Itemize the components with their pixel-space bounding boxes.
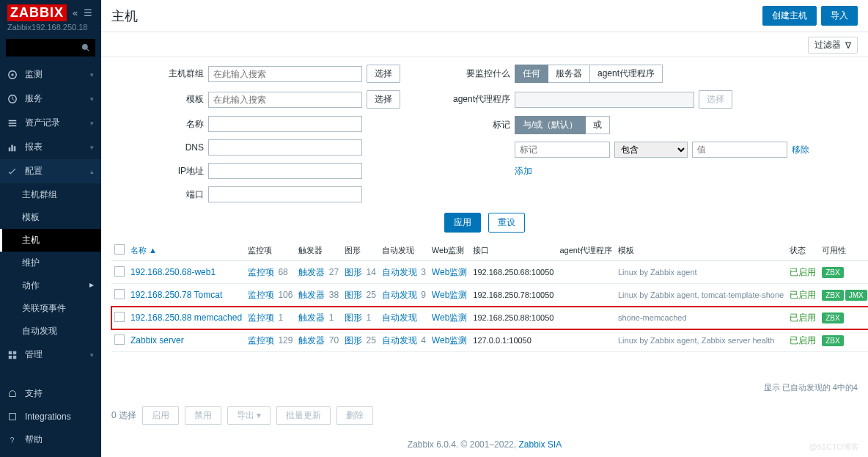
edit-icon[interactable]: ☰ — [84, 7, 92, 18]
nav-user-settings[interactable]: User settings▾ — [0, 452, 101, 457]
col-templates: 模板 — [615, 240, 787, 261]
hostgroup-select-button[interactable]: 选择 — [367, 65, 400, 83]
tag-name-input[interactable] — [515, 142, 610, 158]
availability-badge: ZBX — [822, 290, 843, 301]
interface-cell: 192.168.250.88:10050 — [470, 307, 556, 329]
status-link[interactable]: 已启用 — [790, 335, 816, 346]
templates-cell: Linux by Zabbix agent — [615, 261, 787, 284]
col-name[interactable]: 名称 ▲ — [128, 240, 245, 261]
nav-monitoring[interactable]: 监测▾ — [0, 62, 101, 87]
bulk-delete: 删除 — [336, 406, 373, 425]
ip-input[interactable] — [208, 163, 362, 179]
availability-cell: ZBX — [819, 307, 868, 329]
items-link[interactable]: 监控项 — [248, 267, 274, 277]
sub-hostgroups[interactable]: 主机群组 — [0, 183, 101, 206]
nav-administration[interactable]: 管理▾ — [0, 343, 101, 367]
label-ip: IP地址 — [160, 165, 204, 178]
web-link[interactable]: Web监测 — [432, 290, 467, 300]
graphs-link[interactable]: 图形 — [345, 335, 362, 346]
graphs-link[interactable]: 图形 — [345, 267, 362, 277]
triggers-link[interactable]: 触发器 — [298, 267, 325, 277]
sub-maintenance[interactable]: 维护 — [0, 252, 101, 274]
reset-button[interactable]: 重设 — [488, 213, 525, 233]
nav-help[interactable]: ?帮助 — [0, 428, 101, 452]
chevron-down-icon: ▾ — [90, 71, 94, 78]
nav-inventory[interactable]: 资产记录▾ — [0, 111, 101, 135]
monitored-server[interactable]: 服务器 — [548, 65, 590, 83]
discovery-link[interactable]: 自动发现 — [382, 290, 417, 300]
host-name-link[interactable]: 192.168.250.78 Tomcat — [130, 290, 222, 300]
graphs-link[interactable]: 图形 — [345, 312, 362, 323]
availability-badge: ZBX — [822, 312, 843, 323]
dns-input[interactable] — [208, 139, 362, 156]
row-checkbox[interactable] — [114, 289, 125, 299]
row-checkbox[interactable] — [114, 334, 125, 345]
sub-hosts[interactable]: 主机 — [0, 229, 101, 252]
status-link[interactable]: 已启用 — [790, 290, 816, 300]
discovery-link[interactable]: 自动发现 — [382, 335, 417, 346]
import-button[interactable]: 导入 — [821, 6, 858, 26]
filter-toggle[interactable]: 过滤器 ∇ — [808, 37, 858, 54]
proxy-cell — [556, 329, 615, 352]
discovery-link[interactable]: 自动发现 — [382, 312, 417, 323]
select-all-checkbox[interactable] — [114, 244, 125, 255]
items-link[interactable]: 监控项 — [248, 290, 274, 300]
tags-andor[interactable]: 与/或（默认） — [515, 116, 586, 134]
tag-remove-link[interactable]: 移除 — [792, 144, 809, 156]
status-link[interactable]: 已启用 — [790, 267, 816, 277]
nav-support[interactable]: 支持 — [0, 381, 101, 406]
col-availability: 可用性 — [819, 240, 868, 261]
interface-cell: 192.168.250.68:10050 — [470, 261, 556, 284]
nav-reports[interactable]: 报表▾ — [0, 135, 101, 159]
host-name-link[interactable]: 192.168.250.88 memcached — [130, 312, 242, 323]
sidebar: ZABBIX « ☰ Zabbix192.168.250.18 监测▾ 服务▾ … — [0, 0, 101, 457]
col-proxy: agent代理程序 — [556, 240, 615, 261]
name-input[interactable] — [208, 116, 362, 132]
tag-add-link[interactable]: 添加 — [515, 166, 532, 176]
status-link[interactable]: 已启用 — [790, 312, 816, 323]
template-input[interactable] — [208, 92, 362, 108]
sub-correlation[interactable]: 关联项事件 — [0, 297, 101, 320]
web-link[interactable]: Web监测 — [432, 312, 467, 323]
nav-services[interactable]: 服务▾ — [0, 87, 101, 111]
tag-value-input[interactable] — [692, 142, 787, 158]
create-host-button[interactable]: 创建主机 — [762, 6, 817, 26]
label-port: 端口 — [160, 189, 204, 201]
apply-button[interactable]: 应用 — [444, 213, 481, 233]
sub-templates[interactable]: 模板 — [0, 206, 101, 229]
sub-actions[interactable]: 动作▸ — [0, 274, 101, 297]
label-tags: 标记 — [444, 119, 510, 131]
footer: Zabbix 6.0.4. © 2001–2022, Zabbix SIA — [101, 432, 868, 457]
tags-or[interactable]: 或 — [586, 116, 610, 134]
monitored-any[interactable]: 任何 — [515, 65, 548, 83]
triggers-link[interactable]: 触发器 — [298, 312, 325, 323]
port-input[interactable] — [208, 186, 362, 202]
web-link[interactable]: Web监测 — [432, 267, 467, 277]
items-link[interactable]: 监控项 — [248, 335, 274, 346]
hostgroup-input[interactable] — [208, 66, 362, 82]
triggers-link[interactable]: 触发器 — [298, 290, 325, 300]
nav-integrations[interactable]: Integrations — [0, 406, 101, 428]
items-link[interactable]: 监控项 — [248, 312, 274, 323]
triggers-link[interactable]: 触发器 — [298, 335, 325, 346]
discovery-link[interactable]: 自动发现 — [382, 267, 417, 277]
logo[interactable]: ZABBIX — [7, 4, 67, 21]
tag-op-select[interactable]: 包含 — [614, 142, 688, 158]
host-name-link[interactable]: Zabbix server — [130, 335, 184, 346]
nav-configuration[interactable]: 配置▴ — [0, 159, 101, 183]
web-link[interactable]: Web监测 — [432, 335, 467, 346]
graphs-link[interactable]: 图形 — [345, 290, 362, 300]
host-name-link[interactable]: 192.168.250.68-web1 — [130, 267, 216, 277]
row-checkbox[interactable] — [114, 266, 125, 277]
svg-rect-11 — [13, 355, 16, 358]
monitored-proxy[interactable]: agent代理程序 — [590, 65, 663, 83]
footer-link[interactable]: Zabbix SIA — [518, 439, 562, 450]
col-discovery: 自动发现 — [379, 240, 429, 261]
label-name: 名称 — [160, 118, 204, 131]
collapse-icon[interactable]: « — [73, 7, 78, 18]
nav: 监测▾ 服务▾ 资产记录▾ 报表▾ 配置▴ 主机群组 模板 主机 维护 动作▸ … — [0, 62, 101, 457]
row-checkbox[interactable] — [114, 312, 125, 322]
template-select-button[interactable]: 选择 — [367, 90, 400, 109]
sub-discovery[interactable]: 自动发现 — [0, 320, 101, 343]
global-search[interactable] — [6, 39, 95, 56]
